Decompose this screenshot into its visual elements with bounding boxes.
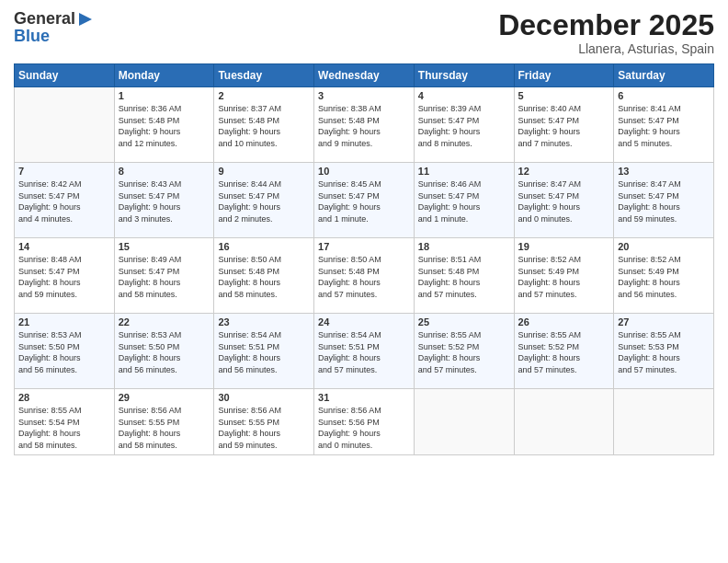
- day-info: Sunrise: 8:55 AMSunset: 5:52 PMDaylight:…: [418, 329, 510, 375]
- day-info: Sunrise: 8:36 AMSunset: 5:48 PMDaylight:…: [119, 103, 210, 149]
- day-number: 24: [318, 316, 410, 327]
- day-info: Sunrise: 8:46 AMSunset: 5:47 PMDaylight:…: [418, 178, 510, 224]
- logo: General Blue: [14, 9, 94, 46]
- calendar-cell: 25Sunrise: 8:55 AMSunset: 5:52 PMDayligh…: [414, 314, 514, 389]
- day-info: Sunrise: 8:54 AMSunset: 5:51 PMDaylight:…: [218, 329, 310, 375]
- day-number: 13: [618, 166, 710, 177]
- day-info: Sunrise: 8:52 AMSunset: 5:49 PMDaylight:…: [618, 254, 710, 300]
- day-number: 26: [518, 316, 610, 327]
- day-number: 5: [518, 90, 610, 101]
- day-info: Sunrise: 8:41 AMSunset: 5:47 PMDaylight:…: [618, 103, 710, 149]
- day-number: 3: [318, 90, 410, 101]
- calendar-cell: 21Sunrise: 8:53 AMSunset: 5:50 PMDayligh…: [15, 314, 115, 389]
- day-number: 10: [318, 166, 410, 177]
- calendar-cell: 7Sunrise: 8:42 AMSunset: 5:47 PMDaylight…: [15, 163, 115, 238]
- calendar-week-row: 21Sunrise: 8:53 AMSunset: 5:50 PMDayligh…: [15, 314, 714, 389]
- day-info: Sunrise: 8:56 AMSunset: 5:55 PMDaylight:…: [218, 405, 310, 451]
- day-info: Sunrise: 8:56 AMSunset: 5:56 PMDaylight:…: [318, 405, 410, 451]
- day-number: 31: [318, 392, 410, 403]
- calendar-week-row: 28Sunrise: 8:55 AMSunset: 5:54 PMDayligh…: [15, 389, 714, 454]
- calendar-cell: 3Sunrise: 8:38 AMSunset: 5:48 PMDaylight…: [314, 87, 415, 163]
- day-number: 30: [218, 392, 310, 403]
- calendar-cell: 27Sunrise: 8:55 AMSunset: 5:53 PMDayligh…: [614, 314, 714, 389]
- day-info: Sunrise: 8:45 AMSunset: 5:47 PMDaylight:…: [318, 178, 410, 224]
- calendar-cell: 2Sunrise: 8:37 AMSunset: 5:48 PMDaylight…: [214, 87, 314, 163]
- calendar-header-row: SundayMondayTuesdayWednesdayThursdayFrid…: [15, 64, 714, 87]
- day-info: Sunrise: 8:48 AMSunset: 5:47 PMDaylight:…: [18, 254, 110, 300]
- calendar-cell: 18Sunrise: 8:51 AMSunset: 5:48 PMDayligh…: [414, 238, 514, 314]
- calendar-cell: [15, 87, 115, 163]
- logo-blue: Blue: [14, 27, 94, 46]
- day-info: Sunrise: 8:55 AMSunset: 5:53 PMDaylight:…: [618, 329, 710, 375]
- day-info: Sunrise: 8:47 AMSunset: 5:47 PMDaylight:…: [618, 178, 710, 224]
- day-number: 1: [119, 90, 210, 101]
- calendar-cell: 14Sunrise: 8:48 AMSunset: 5:47 PMDayligh…: [15, 238, 115, 314]
- day-number: 18: [418, 241, 510, 252]
- calendar-cell: 23Sunrise: 8:54 AMSunset: 5:51 PMDayligh…: [214, 314, 314, 389]
- calendar-cell: 29Sunrise: 8:56 AMSunset: 5:55 PMDayligh…: [114, 389, 214, 454]
- day-of-week-wednesday: Wednesday: [314, 64, 415, 87]
- day-number: 12: [518, 166, 610, 177]
- day-number: 20: [618, 241, 710, 252]
- day-number: 29: [119, 392, 210, 403]
- svg-marker-0: [79, 13, 92, 26]
- calendar-week-row: 1Sunrise: 8:36 AMSunset: 5:48 PMDaylight…: [15, 87, 714, 163]
- day-number: 9: [218, 166, 310, 177]
- day-of-week-sunday: Sunday: [15, 64, 115, 87]
- day-info: Sunrise: 8:37 AMSunset: 5:48 PMDaylight:…: [218, 103, 310, 149]
- day-number: 21: [18, 316, 110, 327]
- day-number: 17: [318, 241, 410, 252]
- day-info: Sunrise: 8:50 AMSunset: 5:48 PMDaylight:…: [318, 254, 410, 300]
- day-info: Sunrise: 8:54 AMSunset: 5:51 PMDaylight:…: [318, 329, 410, 375]
- calendar-cell: [414, 389, 514, 454]
- day-number: 11: [418, 166, 510, 177]
- calendar-cell: 31Sunrise: 8:56 AMSunset: 5:56 PMDayligh…: [314, 389, 415, 454]
- calendar-cell: 12Sunrise: 8:47 AMSunset: 5:47 PMDayligh…: [514, 163, 614, 238]
- day-number: 27: [618, 316, 710, 327]
- calendar-cell: 6Sunrise: 8:41 AMSunset: 5:47 PMDaylight…: [614, 87, 714, 163]
- calendar-cell: 15Sunrise: 8:49 AMSunset: 5:47 PMDayligh…: [114, 238, 214, 314]
- day-number: 7: [18, 166, 110, 177]
- calendar-cell: 17Sunrise: 8:50 AMSunset: 5:48 PMDayligh…: [314, 238, 415, 314]
- calendar-cell: 8Sunrise: 8:43 AMSunset: 5:47 PMDaylight…: [114, 163, 214, 238]
- calendar-cell: 13Sunrise: 8:47 AMSunset: 5:47 PMDayligh…: [614, 163, 714, 238]
- calendar-cell: 30Sunrise: 8:56 AMSunset: 5:55 PMDayligh…: [214, 389, 314, 454]
- calendar-cell: [514, 389, 614, 454]
- day-number: 23: [218, 316, 310, 327]
- day-number: 16: [218, 241, 310, 252]
- day-number: 8: [119, 166, 210, 177]
- day-info: Sunrise: 8:52 AMSunset: 5:49 PMDaylight:…: [518, 254, 610, 300]
- day-number: 22: [119, 316, 210, 327]
- calendar-cell: 11Sunrise: 8:46 AMSunset: 5:47 PMDayligh…: [414, 163, 514, 238]
- calendar-cell: 5Sunrise: 8:40 AMSunset: 5:47 PMDaylight…: [514, 87, 614, 163]
- calendar-cell: 19Sunrise: 8:52 AMSunset: 5:49 PMDayligh…: [514, 238, 614, 314]
- day-number: 4: [418, 90, 510, 101]
- day-info: Sunrise: 8:50 AMSunset: 5:48 PMDaylight:…: [218, 254, 310, 300]
- title-area: December 2025 Llanera, Asturias, Spain: [498, 9, 714, 56]
- calendar-cell: 24Sunrise: 8:54 AMSunset: 5:51 PMDayligh…: [314, 314, 415, 389]
- day-number: 14: [18, 241, 110, 252]
- day-info: Sunrise: 8:42 AMSunset: 5:47 PMDaylight:…: [18, 178, 110, 224]
- logo-flag-icon: [77, 11, 94, 28]
- day-info: Sunrise: 8:55 AMSunset: 5:54 PMDaylight:…: [18, 405, 110, 451]
- location: Llanera, Asturias, Spain: [498, 41, 714, 56]
- day-number: 6: [618, 90, 710, 101]
- day-info: Sunrise: 8:38 AMSunset: 5:48 PMDaylight:…: [318, 103, 410, 149]
- calendar-week-row: 7Sunrise: 8:42 AMSunset: 5:47 PMDaylight…: [15, 163, 714, 238]
- month-title: December 2025: [498, 9, 714, 41]
- day-info: Sunrise: 8:55 AMSunset: 5:52 PMDaylight:…: [518, 329, 610, 375]
- calendar-cell: 10Sunrise: 8:45 AMSunset: 5:47 PMDayligh…: [314, 163, 415, 238]
- calendar-cell: 1Sunrise: 8:36 AMSunset: 5:48 PMDaylight…: [114, 87, 214, 163]
- day-number: 15: [119, 241, 210, 252]
- day-number: 25: [418, 316, 510, 327]
- day-number: 2: [218, 90, 310, 101]
- day-info: Sunrise: 8:44 AMSunset: 5:47 PMDaylight:…: [218, 178, 310, 224]
- day-info: Sunrise: 8:43 AMSunset: 5:47 PMDaylight:…: [119, 178, 210, 224]
- calendar: SundayMondayTuesdayWednesdayThursdayFrid…: [14, 63, 714, 454]
- day-info: Sunrise: 8:39 AMSunset: 5:47 PMDaylight:…: [418, 103, 510, 149]
- calendar-cell: 20Sunrise: 8:52 AMSunset: 5:49 PMDayligh…: [614, 238, 714, 314]
- day-info: Sunrise: 8:53 AMSunset: 5:50 PMDaylight:…: [18, 329, 110, 375]
- calendar-cell: [614, 389, 714, 454]
- day-info: Sunrise: 8:40 AMSunset: 5:47 PMDaylight:…: [518, 103, 610, 149]
- page: General Blue December 2025 Llanera, Astu…: [0, 0, 728, 563]
